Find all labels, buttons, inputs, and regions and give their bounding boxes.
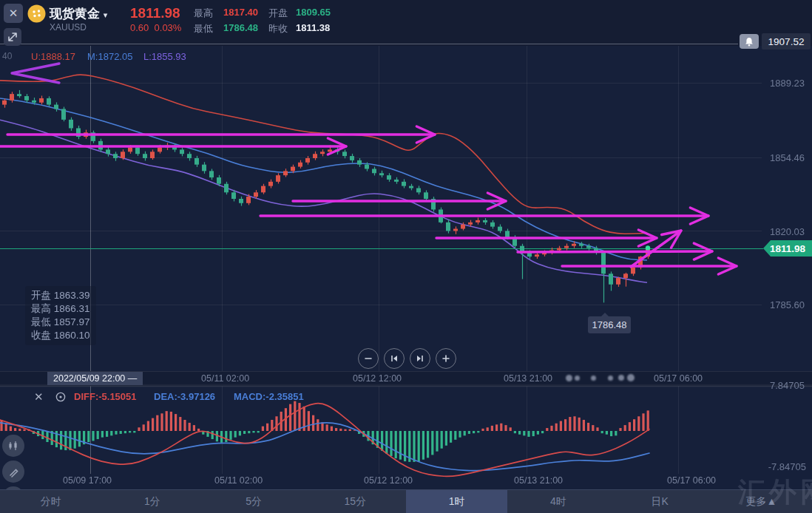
boll-middle-label: M:1872.05 bbox=[87, 51, 132, 62]
gap-dot bbox=[566, 375, 572, 381]
tab-15min[interactable]: 15分 bbox=[305, 490, 406, 513]
time-label: 05/11 02:00 bbox=[201, 373, 249, 384]
minus-icon bbox=[364, 354, 373, 363]
gap-dot bbox=[591, 376, 596, 381]
boll-lower-label: L:1855.93 bbox=[143, 51, 186, 62]
tab-timeline[interactable]: 分时 bbox=[0, 490, 101, 513]
tab-4hour[interactable]: 4时 bbox=[507, 490, 609, 513]
candlestick-icon bbox=[7, 440, 19, 452]
high-value: 1817.40 bbox=[223, 7, 258, 18]
ohlc-close-label: 收盘 bbox=[31, 330, 51, 341]
draw-tool-button[interactable] bbox=[2, 461, 24, 483]
macd-time-label: 05/13 21:00 bbox=[514, 475, 563, 486]
price-chart-canvas[interactable] bbox=[0, 0, 812, 513]
low-value: 1786.48 bbox=[223, 22, 258, 33]
low-label: 最低 bbox=[194, 22, 213, 35]
ohlc-low-value: 1857.97 bbox=[54, 316, 90, 327]
tab-1min[interactable]: 1分 bbox=[101, 490, 203, 513]
gap-dot bbox=[608, 376, 613, 381]
ohlc-tooltip: 开盘 1863.39 最高 1866.31 最低 1857.97 收盘 1860… bbox=[25, 286, 96, 345]
time-label: 05/13 21:00 bbox=[504, 373, 552, 384]
skip-to-start-icon bbox=[390, 354, 399, 363]
close-icon: ✕ bbox=[34, 390, 44, 403]
macd-y-min-label: -7.84705 bbox=[754, 461, 806, 472]
skip-to-end-icon bbox=[416, 354, 424, 363]
ohlc-high-label: 最高 bbox=[31, 303, 51, 314]
current-price-tag: 1811.98 bbox=[763, 240, 812, 256]
plus-icon bbox=[441, 354, 450, 363]
macd-y-max-label: 7.84705 bbox=[757, 380, 805, 391]
high-label: 最高 bbox=[194, 7, 213, 20]
alert-price-label[interactable]: 1907.52 bbox=[762, 33, 811, 50]
macd-time-label: 05/17 06:00 bbox=[667, 475, 716, 486]
y-axis-label: 1889.23 bbox=[757, 78, 805, 89]
price-change: 0.60 0.03% bbox=[130, 22, 181, 33]
gold-coin-icon bbox=[27, 4, 46, 23]
tab-daily[interactable]: 日K bbox=[609, 490, 711, 513]
bell-icon bbox=[745, 37, 754, 47]
macd-time-label: 05/12 12:00 bbox=[364, 475, 413, 486]
symbol-logo bbox=[27, 4, 46, 26]
time-label: 05/17 06:00 bbox=[654, 373, 703, 384]
close-icon: ✕ bbox=[9, 7, 18, 20]
skip-start-button[interactable] bbox=[384, 348, 405, 369]
pencil-icon bbox=[8, 466, 19, 478]
prev-close-label: 昨收 bbox=[268, 22, 288, 35]
last-price: 1811.98 bbox=[130, 5, 180, 21]
zoom-in-button[interactable] bbox=[436, 348, 456, 369]
y-axis-label: 1854.46 bbox=[757, 152, 805, 163]
ohlc-high-value: 1866.31 bbox=[54, 303, 90, 314]
boll-upper-label: U:1888.17 bbox=[31, 51, 75, 62]
close-button[interactable]: ✕ bbox=[4, 4, 23, 23]
time-label: 05/12 12:00 bbox=[353, 373, 402, 384]
macd-time-label: 05/11 02:00 bbox=[214, 475, 263, 486]
chart-type-button[interactable] bbox=[2, 435, 24, 457]
dea-value-label: DEA:-3.97126 bbox=[154, 391, 215, 402]
indicator-settings-button[interactable] bbox=[55, 391, 67, 406]
indicator-close-button[interactable]: ✕ bbox=[34, 390, 44, 404]
resize-arrows-icon bbox=[7, 32, 18, 42]
tab-more[interactable]: 更多▲ bbox=[711, 490, 812, 513]
ohlc-open-value: 1863.39 bbox=[54, 290, 90, 301]
gap-dot bbox=[627, 374, 635, 381]
tab-5min[interactable]: 5分 bbox=[203, 490, 305, 513]
gap-dot bbox=[618, 375, 624, 381]
skip-end-button[interactable] bbox=[410, 348, 430, 369]
ohlc-open-label: 开盘 bbox=[31, 290, 51, 301]
trading-app-window: ✕ 现货黄金 ▾ XAUUSD 1811.98 0.60 0.03% 最高 18… bbox=[0, 0, 812, 513]
open-label: 开盘 bbox=[268, 7, 288, 20]
ohlc-close-value: 1860.10 bbox=[54, 330, 90, 341]
timeframe-toolbar: 分时 1分 5分 15分 1时 4时 日K 更多▲ bbox=[0, 489, 812, 513]
gap-dot bbox=[575, 376, 580, 381]
chevron-down-icon: ▾ bbox=[104, 10, 108, 19]
y-axis-label: 1820.03 bbox=[757, 226, 805, 237]
alert-bell-button[interactable] bbox=[740, 34, 759, 49]
macd-time-label: 05/09 17:00 bbox=[63, 475, 112, 486]
open-value: 1809.65 bbox=[296, 7, 331, 18]
symbol-code: XAUUSD bbox=[50, 22, 87, 33]
collapse-button[interactable] bbox=[4, 28, 21, 46]
y-axis-label: 1785.60 bbox=[757, 299, 805, 310]
time-crosshair-tooltip: 2022/05/09 22:00 — bbox=[47, 372, 143, 385]
macd-value-label: MACD:-2.35851 bbox=[234, 391, 304, 402]
zoom-out-button[interactable] bbox=[358, 348, 379, 369]
clipped-axis-label: 40 bbox=[2, 51, 12, 61]
tab-1hour[interactable]: 1时 bbox=[406, 490, 507, 513]
prev-close-value: 1811.38 bbox=[296, 22, 330, 33]
diff-value-label: DIFF:-5.15051 bbox=[74, 391, 137, 402]
symbol-name[interactable]: 现货黄金 ▾ bbox=[50, 5, 107, 22]
low-price-marker: 1786.48 bbox=[588, 316, 631, 333]
gear-icon bbox=[55, 391, 67, 403]
ohlc-low-label: 最低 bbox=[31, 316, 51, 327]
